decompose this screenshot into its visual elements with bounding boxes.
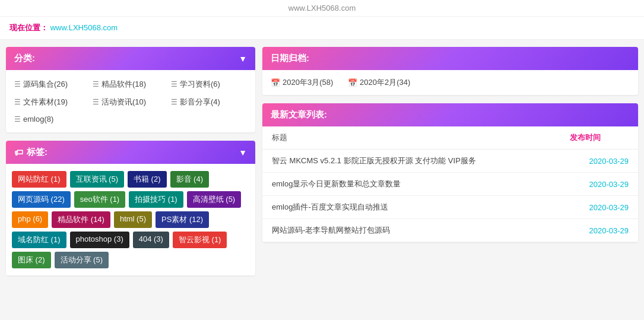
tag-item[interactable]: 互联资讯 (5)	[70, 171, 125, 188]
date-label: 日期归档:	[271, 53, 309, 64]
calendar-icon: 📅	[348, 78, 357, 87]
category-chevron: ▼	[239, 54, 247, 64]
category-item[interactable]: ☰源码集合(26)	[14, 77, 90, 91]
tag-item[interactable]: PS素材 (12)	[156, 211, 209, 228]
tag-item[interactable]: 影音 (4)	[170, 171, 210, 188]
category-item[interactable]: ☰学习资料(6)	[171, 77, 247, 91]
date-body: 📅2020年3月(58)📅2020年2月(34)	[262, 70, 638, 95]
article-title[interactable]: 智云 MKCMS v5.2.1 影院正版无授权开源 支付功能 VIP服务	[262, 150, 560, 173]
col-date: 发布时间	[560, 126, 638, 150]
main-content: 分类: ▼ ☰源码集合(26)☰精品软件(18)☰学习资料(6)☰文件素材(19…	[0, 40, 644, 291]
tag-item[interactable]: 网页源码 (22)	[12, 191, 71, 208]
list-icon: ☰	[171, 80, 177, 88]
tag-item[interactable]: 高清壁纸 (5)	[187, 191, 242, 208]
category-body: ☰源码集合(26)☰精品软件(18)☰学习资料(6)☰文件素材(19)☰活动资讯…	[6, 70, 255, 132]
latest-label: 最新文章列表:	[271, 109, 327, 121]
date-archive-box: 日期归档: 📅2020年3月(58)📅2020年2月(34)	[262, 47, 638, 95]
tag-item[interactable]: 网站防红 (1)	[12, 171, 66, 188]
list-icon: ☰	[14, 80, 21, 88]
latest-articles-box: 最新文章列表: 标题 发布时间 智云 MKCMS v5.2.1 影院正版无授权开…	[262, 103, 638, 242]
table-row[interactable]: 智云 MKCMS v5.2.1 影院正版无授权开源 支付功能 VIP服务2020…	[262, 150, 638, 173]
top-bar: www.LXH5068.com	[0, 0, 644, 17]
tag-item[interactable]: 域名防红 (1)	[12, 232, 66, 248]
date-item[interactable]: 📅2020年2月(34)	[348, 77, 419, 88]
article-title[interactable]: emlog显示今日更新数量和总文章数量	[262, 173, 560, 196]
category-label: 分类:	[14, 53, 35, 64]
article-date: 2020-03-29	[560, 173, 638, 196]
breadcrumb-label: 现在位置：	[9, 23, 48, 32]
table-row[interactable]: 网站源码-老李导航网整站打包源码2020-03-29	[262, 219, 638, 242]
tags-box: 🏷 标签: ▼ 网站防红 (1)互联资讯 (5)书籍 (2)影音 (4)网页源码…	[6, 141, 255, 275]
category-item[interactable]: ☰活动资讯(10)	[93, 95, 169, 109]
breadcrumb-value: www.LXH5068.com	[50, 23, 118, 32]
category-item[interactable]: ☰emlog(8)	[14, 113, 90, 125]
article-date: 2020-03-29	[560, 196, 638, 219]
article-date: 2020-03-29	[560, 219, 638, 242]
tag-item[interactable]: 精品软件 (14)	[52, 211, 110, 228]
latest-header: 最新文章列表:	[262, 103, 638, 126]
tags-label: 标签:	[27, 147, 47, 158]
tag-item[interactable]: 404 (3)	[133, 232, 169, 248]
table-row[interactable]: emlog显示今日更新数量和总文章数量2020-03-29	[262, 173, 638, 196]
tag-item[interactable]: 书籍 (2)	[128, 171, 167, 188]
tag-item[interactable]: php (6)	[12, 211, 48, 228]
latest-table: 标题 发布时间 智云 MKCMS v5.2.1 影院正版无授权开源 支付功能 V…	[262, 126, 638, 242]
article-title[interactable]: 网站源码-老李导航网整站打包源码	[262, 219, 560, 242]
article-date: 2020-03-29	[560, 150, 638, 173]
list-icon: ☰	[93, 98, 99, 106]
breadcrumb-bar: 现在位置： www.LXH5068.com	[0, 17, 644, 40]
tag-item[interactable]: 智云影视 (1)	[173, 232, 227, 248]
right-panel: 日期归档: 📅2020年3月(58)📅2020年2月(34) 最新文章列表: 标…	[262, 47, 638, 284]
category-item[interactable]: ☰影音分享(4)	[171, 95, 247, 109]
site-url: www.LXH5068.com	[288, 4, 356, 12]
tags-body: 网站防红 (1)互联资讯 (5)书籍 (2)影音 (4)网页源码 (22)seo…	[6, 164, 255, 275]
tag-item[interactable]: photoshop (3)	[70, 232, 129, 248]
category-item[interactable]: ☰精品软件(18)	[93, 77, 169, 91]
tag-item[interactable]: html (5)	[114, 211, 152, 228]
tag-item[interactable]: seo软件 (1)	[74, 191, 125, 208]
tag-icon: 🏷	[14, 147, 23, 157]
list-icon: ☰	[93, 80, 99, 88]
table-row[interactable]: emlog插件-百度文章实现自动推送2020-03-29	[262, 196, 638, 219]
list-icon: ☰	[14, 98, 21, 106]
tags-header[interactable]: 🏷 标签: ▼	[6, 141, 255, 164]
category-item[interactable]: ☰文件素材(19)	[14, 95, 90, 109]
calendar-icon: 📅	[271, 78, 280, 87]
tag-item[interactable]: 图床 (2)	[12, 252, 51, 268]
left-panel: 分类: ▼ ☰源码集合(26)☰精品软件(18)☰学习资料(6)☰文件素材(19…	[6, 47, 255, 284]
tag-item[interactable]: 拍摄技巧 (1)	[129, 191, 183, 208]
list-icon: ☰	[14, 115, 21, 123]
list-icon: ☰	[171, 98, 177, 106]
category-header[interactable]: 分类: ▼	[6, 47, 255, 70]
date-item[interactable]: 📅2020年3月(58)	[271, 77, 342, 88]
col-title: 标题	[262, 126, 560, 150]
tag-item[interactable]: 活动分享 (5)	[55, 252, 109, 268]
article-title[interactable]: emlog插件-百度文章实现自动推送	[262, 196, 560, 219]
date-header[interactable]: 日期归档:	[262, 47, 638, 70]
tags-chevron: ▼	[239, 148, 247, 157]
category-box: 分类: ▼ ☰源码集合(26)☰精品软件(18)☰学习资料(6)☰文件素材(19…	[6, 47, 255, 132]
